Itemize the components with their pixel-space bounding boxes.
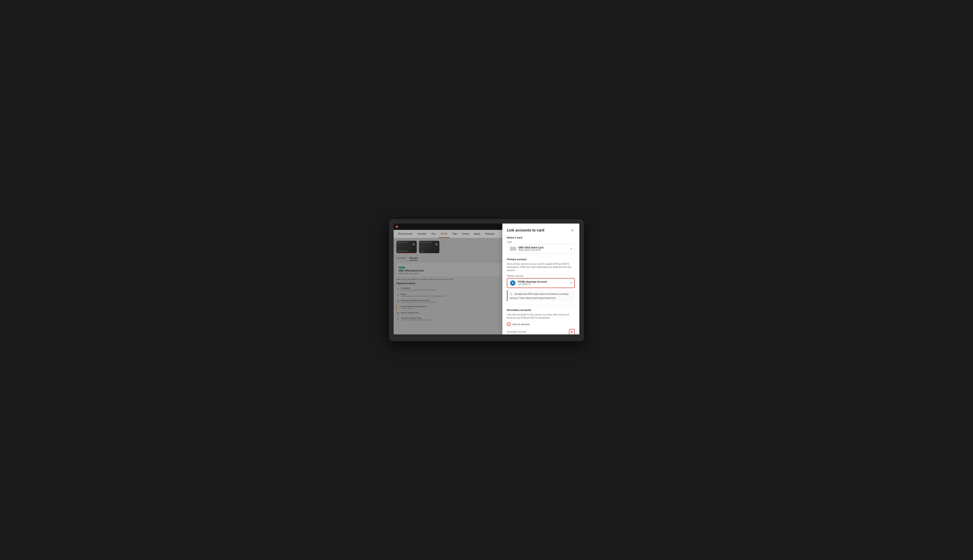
card-icon-small (510, 247, 516, 251)
chevron-down-icon: ▾ (571, 248, 572, 250)
primary-account-section: Primary account Set a primary account on… (507, 258, 575, 301)
secondary-accounts-desc: Link more accounts to your card so you h… (507, 313, 575, 320)
primary-account-name: POSB eSavings Account (518, 280, 568, 283)
secondary-accounts-section: Secondary accounts Link more accounts to… (507, 308, 575, 334)
modal-header: Link accounts to card ✕ (507, 228, 575, 233)
secondary-account-label: Secondary account (507, 330, 567, 333)
modal-close-button[interactable]: ✕ (570, 228, 575, 233)
primary-account-chevron-icon: ▾ (570, 282, 572, 284)
primary-account-text: POSB eSavings Account 123-34567-0 (518, 280, 568, 285)
info-icon: ⓘ (510, 293, 512, 295)
card-selector-num: 4628 4500 1234 5678 (518, 249, 568, 252)
primary-account-selector[interactable]: ★ POSB eSavings Account 123-34567-0 ▾ (507, 278, 575, 288)
modal-title: Link accounts to card (507, 228, 544, 232)
card-selector-name: DBS VISA Debit Card (518, 246, 568, 249)
card-field-label: Card (507, 241, 575, 243)
card-selector[interactable]: DBS VISA Debit Card 4628 4500 1234 5678 … (507, 244, 575, 253)
trash-icon: 🗑 (570, 330, 573, 333)
select-card-label: Select a card (507, 236, 575, 239)
divider (507, 305, 575, 305)
secondary-accounts-title: Secondary accounts (507, 308, 575, 311)
posb-account-icon: ★ (510, 280, 515, 286)
primary-account-desc: Set a primary account on your card to su… (507, 262, 575, 272)
primary-account-title: Primary account (507, 258, 575, 261)
primary-account-num: 123-34567-0 (518, 283, 568, 285)
primary-account-field-label: Primary account (507, 275, 575, 277)
plus-icon: + (507, 322, 511, 326)
modal-overlay: Link accounts to card ✕ Select a card Ca… (394, 223, 579, 334)
link-account-button[interactable]: + Link an account (507, 322, 575, 326)
content-area: DBS VISA Debit Card 4626 4500 1234 5678 … (394, 238, 579, 334)
info-box-text: All debit and ATM cards need to be linke… (510, 293, 569, 299)
link-account-label: Link an account (512, 323, 530, 326)
info-box: ⓘ All debit and ATM cards need to be lin… (507, 290, 575, 301)
secondary-account-row: Secondary account 🗑 (507, 329, 575, 334)
delete-secondary-account-button[interactable]: 🗑 (569, 329, 575, 334)
card-selector-text: DBS VISA Debit Card 4628 4500 1234 5678 (518, 246, 568, 252)
modal-panel: Link accounts to card ✕ Select a card Ca… (502, 223, 579, 334)
